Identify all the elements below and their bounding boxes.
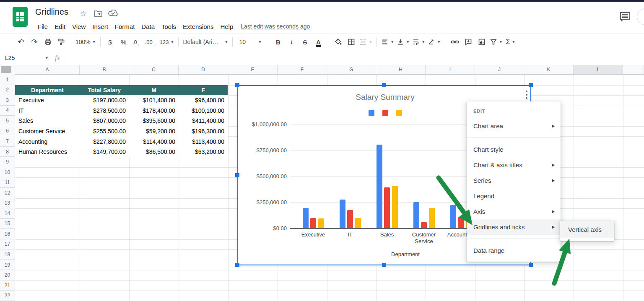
star-icon[interactable]: ☆ [80, 9, 87, 18]
font-select[interactable]: Default (Ari…▼ [182, 36, 229, 48]
bar-m-accounting[interactable] [458, 217, 464, 228]
functions-icon[interactable]: Σ▼ [504, 36, 517, 48]
row-header-1[interactable]: 1 [0, 75, 15, 85]
selection-handle[interactable] [529, 83, 533, 87]
bar-total-salary-accounting[interactable] [450, 205, 456, 228]
decrease-decimal-icon[interactable]: .0← [130, 36, 144, 48]
column-header-C[interactable]: C [129, 65, 179, 75]
table-cell[interactable]: $411,400.00 [179, 116, 228, 126]
row-header-21[interactable]: 21 [0, 280, 15, 291]
row-header-14[interactable]: 14 [0, 208, 15, 219]
row-header-17[interactable]: 17 [0, 239, 15, 250]
selection-handle[interactable] [382, 83, 386, 87]
select-all-corner[interactable] [0, 65, 16, 75]
submenu-item-vertical-axis[interactable]: Vertical axis [560, 221, 614, 238]
strikethrough-icon[interactable]: S [298, 36, 312, 48]
table-cell[interactable]: $255,500.00 [80, 126, 129, 137]
paint-format-icon[interactable] [55, 36, 68, 48]
format-percent-icon[interactable]: % [117, 36, 130, 48]
bar-m-sales[interactable] [384, 187, 390, 228]
menu-item-data-range[interactable]: Data range [467, 243, 561, 258]
italic-icon[interactable]: I [285, 36, 298, 48]
bar-f-sales[interactable] [392, 186, 398, 228]
zoom-select[interactable]: 100%▼ [74, 36, 97, 48]
table-cell[interactable]: $114,400.00 [129, 136, 179, 147]
table-cell[interactable]: $178,400.00 [129, 106, 179, 116]
row-header-11[interactable]: 11 [0, 177, 15, 188]
undo-icon[interactable]: ↶ [14, 36, 28, 48]
table-cell[interactable]: $278,500.00 [80, 106, 129, 116]
column-header-I[interactable]: I [426, 65, 475, 75]
horizontal-align-icon[interactable]: ▼ [380, 36, 395, 48]
comment-history-icon[interactable] [619, 12, 631, 23]
table-cell[interactable]: Executive [15, 95, 80, 106]
menubar-item-extensions[interactable]: Extensions [179, 22, 217, 31]
print-icon[interactable] [41, 36, 55, 48]
menubar-item-edit[interactable]: Edit [51, 22, 69, 31]
vertical-align-icon[interactable]: ▼ [395, 36, 411, 48]
text-color-icon[interactable]: A [312, 36, 325, 48]
insert-comment-icon[interactable] [462, 36, 475, 48]
table-cell[interactable]: $113,400.00 [179, 136, 228, 147]
formula-input[interactable] [66, 50, 644, 65]
bar-f-customer-service[interactable] [429, 208, 435, 228]
row-header-13[interactable]: 13 [0, 198, 15, 209]
bold-icon[interactable]: B [271, 36, 285, 48]
row-header-18[interactable]: 18 [0, 249, 15, 260]
menubar-item-help[interactable]: Help [217, 22, 236, 31]
increase-decimal-icon[interactable]: .00→ [144, 36, 158, 48]
move-to-folder-icon[interactable] [94, 10, 102, 19]
table-cell[interactable]: $196,300.00 [179, 126, 228, 137]
column-header-J[interactable]: J [475, 65, 524, 75]
selection-handle[interactable] [382, 263, 386, 267]
row-header-4[interactable]: 4 [0, 106, 15, 116]
menu-item-chart-style[interactable]: Chart style [467, 142, 561, 157]
menu-item-gridlines-and-ticks[interactable]: Gridlines and ticks [467, 219, 561, 235]
row-header-15[interactable]: 15 [0, 219, 15, 229]
column-header-B[interactable]: B [80, 65, 129, 75]
table-cell[interactable]: $86,500.00 [129, 147, 179, 157]
chart-options-kebab-icon[interactable] [523, 89, 530, 101]
table-header-cell[interactable]: Total Salary [80, 85, 129, 96]
column-header-K[interactable]: K [524, 65, 574, 75]
selection-handle[interactable] [235, 173, 239, 177]
document-title[interactable]: Gridlines [35, 7, 68, 17]
last-edit-status[interactable]: Last edit was seconds ago [241, 23, 310, 30]
bar-m-it[interactable] [347, 210, 353, 228]
table-header-cell[interactable]: M [129, 85, 179, 96]
bar-f-it[interactable] [355, 218, 361, 228]
row-header-19[interactable]: 19 [0, 260, 15, 270]
bar-m-customer-service[interactable] [421, 222, 427, 228]
bar-total-salary-customer-service[interactable] [413, 202, 419, 228]
table-cell[interactable]: $63,200.00 [179, 147, 228, 157]
fill-color-icon[interactable] [331, 36, 345, 48]
column-header-D[interactable]: D [179, 65, 228, 75]
selection-handle[interactable] [529, 263, 533, 267]
name-box[interactable]: L25▼ [0, 54, 49, 61]
row-header-8[interactable]: 8 [0, 147, 15, 157]
menu-item-chart-area[interactable]: Chart area [467, 118, 561, 134]
column-header-E[interactable]: E [228, 65, 278, 75]
format-currency-icon[interactable]: $ [104, 36, 117, 48]
table-cell[interactable]: Accounting [15, 136, 80, 147]
table-header-cell[interactable]: F [179, 85, 228, 96]
selection-handle[interactable] [235, 263, 239, 267]
table-cell[interactable]: Customer Service [15, 126, 80, 137]
text-rotation-icon[interactable]: ▼ [426, 36, 442, 48]
menubar-item-data[interactable]: Data [138, 22, 158, 31]
menu-item-chart-axis-titles[interactable]: Chart & axis titles [467, 157, 561, 173]
bar-m-executive[interactable] [310, 218, 316, 228]
menubar-item-insert[interactable]: Insert [89, 22, 112, 31]
insert-link-icon[interactable] [448, 36, 462, 48]
table-cell[interactable]: Human Resources [15, 147, 80, 157]
menubar-item-format[interactable]: Format [112, 22, 138, 31]
redo-icon[interactable]: ↷ [28, 36, 41, 48]
column-header-G[interactable]: G [327, 65, 376, 75]
row-header-6[interactable]: 6 [0, 126, 15, 137]
menu-item-series[interactable]: Series [467, 173, 561, 188]
menubar-item-file[interactable]: File [34, 22, 51, 31]
row-header-16[interactable]: 16 [0, 229, 15, 239]
menu-item-axis[interactable]: Axis [467, 204, 561, 219]
bar-total-salary-sales[interactable] [377, 145, 382, 228]
row-header-9[interactable]: 9 [0, 157, 15, 167]
